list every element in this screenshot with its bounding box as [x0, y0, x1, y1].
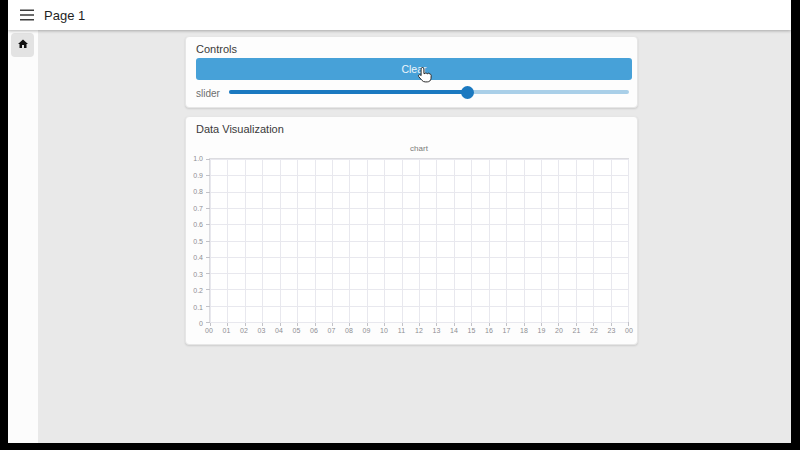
x-tick-label: 00	[205, 327, 213, 334]
y-tick-label: 0	[199, 320, 203, 327]
x-tick-label: 04	[275, 327, 283, 334]
x-tick-label: 12	[415, 327, 423, 334]
x-tick-label: 14	[450, 327, 458, 334]
x-tick-label: 23	[608, 327, 616, 334]
y-axis-labels: 1.00.90.80.70.60.50.40.30.20.10	[186, 158, 207, 323]
y-axis-tick	[206, 224, 210, 225]
y-axis-tick	[206, 192, 210, 193]
x-axis-tick	[628, 322, 629, 326]
chart-title: chart	[209, 144, 629, 153]
data-visualization-card: Data Visualization chart 1.00.90.80.70.6…	[185, 116, 638, 345]
y-tick-label: 1.0	[193, 155, 203, 162]
x-tick-label: 22	[590, 327, 598, 334]
slider-track[interactable]	[229, 90, 629, 94]
grid-line-horizontal	[210, 175, 628, 176]
y-axis-tick	[206, 306, 210, 307]
grid-line-horizontal	[210, 192, 628, 193]
slider-row: slider	[196, 85, 632, 101]
controls-card: Controls Clear slider	[185, 36, 638, 108]
y-axis-tick	[206, 159, 210, 160]
y-axis-tick	[206, 289, 210, 290]
controls-card-title: Controls	[196, 43, 237, 55]
sidebar-item-home[interactable]	[11, 33, 34, 57]
y-tick-label: 0.2	[193, 287, 203, 294]
x-tick-label: 17	[503, 327, 511, 334]
y-tick-label: 0.9	[193, 171, 203, 178]
y-axis-tick	[206, 257, 210, 258]
y-axis-tick	[206, 175, 210, 176]
x-tick-label: 03	[258, 327, 266, 334]
grid-line-horizontal	[210, 289, 628, 290]
x-tick-label: 20	[555, 327, 563, 334]
x-tick-label: 02	[240, 327, 248, 334]
y-tick-label: 0.6	[193, 221, 203, 228]
y-tick-label: 0.3	[193, 270, 203, 277]
y-axis-tick	[206, 241, 210, 242]
y-tick-label: 0.5	[193, 237, 203, 244]
grid-line-vertical	[628, 159, 629, 322]
grid-line-horizontal	[210, 208, 628, 209]
grid-line-horizontal	[210, 159, 628, 160]
chart-plot[interactable]	[209, 158, 629, 323]
x-tick-label: 06	[310, 327, 318, 334]
clear-button[interactable]: Clear	[196, 58, 632, 80]
y-axis-tick	[206, 208, 210, 209]
y-tick-label: 0.1	[193, 303, 203, 310]
app-window: Page 1 Controls Clear slider Data Visual…	[8, 0, 791, 443]
x-tick-label: 19	[538, 327, 546, 334]
x-tick-label: 15	[468, 327, 476, 334]
x-tick-label: 01	[223, 327, 231, 334]
x-tick-label: 00	[625, 327, 633, 334]
x-tick-label: 13	[433, 327, 441, 334]
x-tick-label: 10	[380, 327, 388, 334]
x-tick-label: 07	[328, 327, 336, 334]
x-tick-label: 18	[520, 327, 528, 334]
slider-label: slider	[196, 88, 220, 99]
home-icon	[17, 36, 29, 54]
x-tick-label: 21	[573, 327, 581, 334]
x-tick-label: 16	[485, 327, 493, 334]
slider-thumb[interactable]	[461, 86, 474, 99]
y-tick-label: 0.7	[193, 204, 203, 211]
slider-fill	[229, 90, 467, 94]
y-tick-label: 0.4	[193, 254, 203, 261]
grid-line-horizontal	[210, 224, 628, 225]
sidebar	[8, 30, 38, 443]
viz-card-title: Data Visualization	[196, 123, 284, 135]
y-axis-tick	[206, 322, 210, 323]
menu-hamburger-icon[interactable]	[19, 8, 35, 22]
grid-line-horizontal	[210, 257, 628, 258]
top-bar: Page 1	[8, 0, 791, 30]
x-axis-labels: 0001020304050607080910111213141516171819…	[209, 327, 629, 337]
grid-line-horizontal	[210, 273, 628, 274]
x-tick-label: 09	[363, 327, 371, 334]
y-axis-tick	[206, 273, 210, 274]
y-tick-label: 0.8	[193, 188, 203, 195]
page-title: Page 1	[44, 8, 85, 23]
x-tick-label: 11	[398, 327, 405, 334]
x-tick-label: 05	[293, 327, 301, 334]
x-tick-label: 08	[345, 327, 353, 334]
grid-line-horizontal	[210, 306, 628, 307]
grid-line-horizontal	[210, 241, 628, 242]
grid-line-horizontal	[210, 322, 628, 323]
